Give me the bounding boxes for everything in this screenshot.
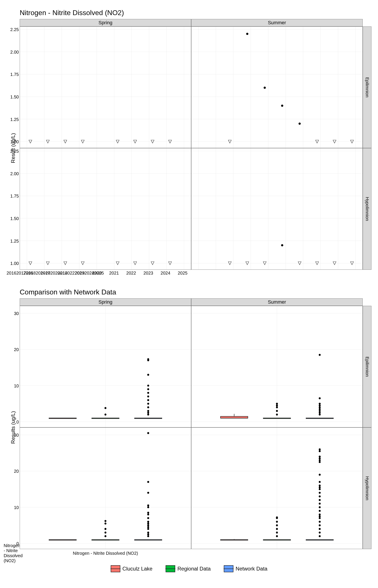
chart2-title: Comparison with Network Data bbox=[20, 288, 371, 296]
svg-point-120 bbox=[147, 388, 149, 390]
svg-point-147 bbox=[319, 408, 321, 410]
svg-point-121 bbox=[147, 385, 149, 387]
legend-item-cluculz: Cluculz Lake bbox=[111, 565, 152, 572]
svg-point-167 bbox=[105, 522, 107, 525]
svg-point-181 bbox=[147, 513, 149, 515]
svg-point-46 bbox=[281, 105, 283, 107]
svg-point-185 bbox=[147, 492, 149, 494]
svg-point-115 bbox=[147, 406, 149, 408]
svg-point-221 bbox=[319, 495, 321, 497]
svg-point-176 bbox=[147, 526, 149, 528]
svg-point-219 bbox=[319, 503, 321, 505]
svg-point-107 bbox=[105, 414, 107, 416]
svg-point-108 bbox=[105, 407, 107, 409]
chart1-xaxis-left: 2016201720182019202020212022202320242025 bbox=[7, 270, 20, 277]
svg-point-122 bbox=[147, 374, 149, 376]
svg-point-164 bbox=[105, 535, 107, 537]
svg-point-174 bbox=[147, 532, 149, 534]
svg-point-211 bbox=[319, 528, 321, 530]
svg-point-200 bbox=[276, 532, 278, 534]
svg-rect-131 bbox=[220, 416, 248, 418]
svg-point-146 bbox=[319, 410, 321, 412]
svg-point-136 bbox=[276, 414, 278, 416]
svg-point-182 bbox=[147, 512, 149, 514]
chart1-ylabel: Result (ug/L) bbox=[7, 27, 20, 270]
legend-swatch bbox=[166, 565, 175, 572]
svg-point-215 bbox=[319, 515, 321, 517]
svg-point-213 bbox=[319, 521, 321, 522]
svg-point-137 bbox=[276, 410, 278, 412]
svg-point-119 bbox=[147, 392, 149, 394]
svg-point-228 bbox=[319, 461, 321, 463]
svg-point-148 bbox=[319, 406, 321, 408]
chart2-ylabel: Results (ug/L) bbox=[7, 306, 20, 549]
svg-point-139 bbox=[276, 404, 278, 406]
svg-point-229 bbox=[319, 459, 321, 461]
svg-point-186 bbox=[147, 481, 149, 483]
svg-point-217 bbox=[319, 510, 321, 512]
legend: Cluculz Lake Regional Data Network Data bbox=[0, 559, 378, 583]
figure-boxplot: Comparison with Network Data Spring Summ… bbox=[0, 279, 378, 559]
svg-point-187 bbox=[147, 432, 149, 434]
svg-point-172 bbox=[147, 535, 149, 537]
svg-point-202 bbox=[276, 524, 278, 526]
svg-point-150 bbox=[319, 403, 321, 405]
svg-point-205 bbox=[276, 517, 278, 519]
strip-spring2: Spring bbox=[20, 298, 191, 306]
svg-point-231 bbox=[319, 456, 321, 458]
chart1-title: Nitrogen - Nitrite Dissolved (NO2) bbox=[20, 9, 371, 17]
boxpanel-summer-epi bbox=[191, 306, 363, 428]
svg-point-223 bbox=[319, 488, 321, 490]
svg-point-184 bbox=[147, 504, 149, 507]
svg-point-45 bbox=[264, 87, 266, 89]
svg-point-117 bbox=[147, 399, 149, 401]
svg-point-233 bbox=[319, 448, 321, 450]
svg-point-210 bbox=[319, 532, 321, 534]
strip-spring: Spring bbox=[20, 19, 191, 27]
svg-point-225 bbox=[319, 484, 321, 486]
svg-point-149 bbox=[319, 404, 321, 406]
svg-point-216 bbox=[319, 513, 321, 515]
svg-point-152 bbox=[319, 354, 321, 356]
panel-spring-hypo: 1.001.251.501.752.002.25 bbox=[20, 148, 191, 270]
svg-point-201 bbox=[276, 528, 278, 530]
strip-summer: Summer bbox=[191, 19, 363, 27]
svg-point-212 bbox=[319, 524, 321, 526]
svg-point-178 bbox=[147, 522, 149, 525]
boxpanel-spring-epi: 0102030 bbox=[20, 306, 191, 428]
svg-point-183 bbox=[147, 506, 149, 508]
svg-point-113 bbox=[147, 412, 149, 414]
svg-point-230 bbox=[319, 457, 321, 459]
panel-summer-epi bbox=[191, 27, 363, 148]
chart2-xaxis-right: Nitrogen - Nitrite Dissolved (NO2) bbox=[20, 549, 191, 557]
svg-point-166 bbox=[105, 528, 107, 530]
svg-point-180 bbox=[147, 517, 149, 519]
svg-point-151 bbox=[319, 397, 321, 399]
chart2-grid: Spring Summer Results (ug/L) 0102030 Epi… bbox=[7, 298, 371, 557]
svg-point-179 bbox=[147, 521, 149, 522]
svg-point-168 bbox=[105, 520, 107, 522]
legend-item-regional: Regional Data bbox=[166, 565, 211, 572]
strip-hypo2: Hypolimnion bbox=[363, 428, 371, 549]
panel-summer-hypo bbox=[191, 148, 363, 270]
svg-point-118 bbox=[147, 396, 149, 398]
svg-point-144 bbox=[319, 414, 321, 416]
strip-hypo: Hypolimnion bbox=[363, 148, 371, 270]
svg-point-177 bbox=[147, 524, 149, 526]
legend-item-network: Network Data bbox=[224, 565, 267, 572]
panel-spring-epi: 1.001.251.501.752.002.25 bbox=[20, 27, 191, 148]
svg-point-224 bbox=[319, 486, 321, 488]
svg-point-47 bbox=[298, 122, 301, 125]
legend-swatch bbox=[111, 565, 120, 572]
chart1-xaxis-right: 2016201720182019202020212022202320242025 bbox=[20, 270, 191, 277]
strip-epi2: Epilimnion bbox=[363, 306, 371, 428]
svg-point-124 bbox=[147, 358, 149, 360]
svg-point-175 bbox=[147, 528, 149, 530]
legend-swatch bbox=[224, 565, 233, 572]
boxpanel-spring-hypo: 0102030 bbox=[20, 428, 191, 549]
strip-epi: Epilimnion bbox=[363, 27, 371, 148]
svg-point-138 bbox=[276, 406, 278, 408]
boxpanel-summer-hypo bbox=[191, 428, 363, 549]
svg-point-116 bbox=[147, 403, 149, 405]
svg-point-165 bbox=[105, 532, 107, 534]
